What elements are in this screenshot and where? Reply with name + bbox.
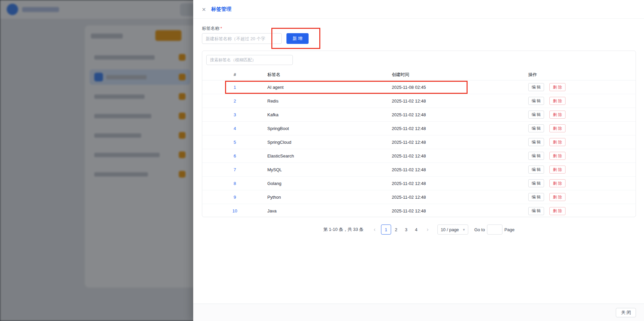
next-page-icon[interactable]: › <box>423 224 432 235</box>
drawer-body: 标签名称* 新 增 # 标签名 创建时间 操作 1 AI agent 2025-… <box>193 19 644 304</box>
required-asterisk: * <box>220 26 222 31</box>
created-time: 2025-11-08 02:45 <box>392 85 528 90</box>
row-actions: 编 辑 删 除 <box>528 124 636 132</box>
tag-name: MySQL <box>267 167 392 172</box>
tag-name: Python <box>267 195 392 200</box>
table-row: 6 ElasticSearch 2025-11-02 12:48 编 辑 删 除 <box>202 149 636 163</box>
table-row: 9 Python 2025-11-02 12:48 编 辑 删 除 <box>202 190 636 204</box>
delete-button[interactable]: 删 除 <box>549 111 565 119</box>
edit-button[interactable]: 编 辑 <box>528 138 544 146</box>
tag-name-label: 标签名称* <box>202 25 636 30</box>
tag-name: Kafka <box>267 112 392 117</box>
row-index: 4 <box>202 126 267 131</box>
add-tag-button[interactable]: 新 增 <box>286 33 309 44</box>
delete-button[interactable]: 删 除 <box>549 207 565 215</box>
delete-button[interactable]: 删 除 <box>549 152 565 160</box>
goto-page-input[interactable] <box>487 224 502 235</box>
new-tag-name-input[interactable] <box>202 33 282 44</box>
page-number-button[interactable]: 3 <box>401 224 411 235</box>
row-actions: 编 辑 删 除 <box>528 138 636 146</box>
edit-button[interactable]: 编 辑 <box>528 193 544 201</box>
table-row: 1 AI agent 2025-11-08 02:45 编 辑 删 除 <box>202 80 636 94</box>
created-time: 2025-11-02 12:48 <box>392 208 528 213</box>
row-actions: 编 辑 删 除 <box>528 97 636 105</box>
created-time: 2025-11-02 12:48 <box>392 126 528 131</box>
table-row: 3 Kafka 2025-11-02 12:48 编 辑 删 除 <box>202 108 636 122</box>
created-time: 2025-11-02 12:48 <box>392 153 528 158</box>
delete-button[interactable]: 删 除 <box>549 193 565 201</box>
page-number-list: 1234 <box>381 224 421 235</box>
close-drawer-button[interactable]: 关 闭 <box>616 308 636 317</box>
row-actions: 编 辑 删 除 <box>528 207 636 215</box>
edit-button[interactable]: 编 辑 <box>528 83 544 91</box>
drawer-footer: 关 闭 <box>193 304 644 321</box>
header-index: # <box>202 72 267 77</box>
tag-name: SpringBoot <box>267 126 392 131</box>
page-number-button[interactable]: 4 <box>411 224 421 235</box>
tag-table-card: # 标签名 创建时间 操作 1 AI agent 2025-11-08 02:4… <box>202 51 636 217</box>
edit-button[interactable]: 编 辑 <box>528 179 544 187</box>
created-time: 2025-11-02 12:48 <box>392 140 528 145</box>
row-index: 9 <box>202 195 267 200</box>
chevron-down-icon: ▾ <box>463 228 465 232</box>
created-time: 2025-11-02 12:48 <box>392 167 528 172</box>
row-index: 7 <box>202 167 267 172</box>
create-tag-form: 新 增 <box>202 33 636 44</box>
row-actions: 编 辑 删 除 <box>528 83 636 91</box>
row-index: 5 <box>202 140 267 145</box>
row-index: 10 <box>202 208 267 213</box>
prev-page-icon[interactable]: ‹ <box>370 224 379 235</box>
drawer-header: × 标签管理 <box>193 0 644 19</box>
page-size-select[interactable]: 10 / page ▾ <box>437 224 468 235</box>
edit-button[interactable]: 编 辑 <box>528 97 544 105</box>
tag-name: Redis <box>267 99 392 104</box>
table-row: 2 Redis 2025-11-02 12:48 编 辑 删 除 <box>202 94 636 108</box>
tag-name: SpringCloud <box>267 140 392 145</box>
row-index: 6 <box>202 153 267 158</box>
row-actions: 编 辑 删 除 <box>528 179 636 187</box>
row-actions: 编 辑 删 除 <box>528 193 636 201</box>
delete-button[interactable]: 删 除 <box>549 97 565 105</box>
created-time: 2025-11-02 12:48 <box>392 195 528 200</box>
pagination-bar: 第 1-10 条，共 33 条 ‹ 1234 › 10 / page ▾ Go … <box>202 224 636 235</box>
delete-button[interactable]: 删 除 <box>549 138 565 146</box>
edit-button[interactable]: 编 辑 <box>528 111 544 119</box>
table-row: 5 SpringCloud 2025-11-02 12:48 编 辑 删 除 <box>202 135 636 149</box>
header-tag-name: 标签名 <box>267 72 392 78</box>
page-number-button[interactable]: 1 <box>381 224 391 235</box>
row-index: 8 <box>202 181 267 186</box>
table-body: 1 AI agent 2025-11-08 02:45 编 辑 删 除 2 Re… <box>202 80 636 217</box>
edit-button[interactable]: 编 辑 <box>528 207 544 215</box>
created-time: 2025-11-02 12:48 <box>392 99 528 104</box>
table-row: 10 Java 2025-11-02 12:48 编 辑 删 除 <box>202 204 636 217</box>
delete-button[interactable]: 删 除 <box>549 124 565 132</box>
delete-button[interactable]: 删 除 <box>549 179 565 187</box>
edit-button[interactable]: 编 辑 <box>528 152 544 160</box>
row-index: 1 <box>202 85 267 90</box>
page-number-button[interactable]: 2 <box>391 224 401 235</box>
table-header-row: # 标签名 创建时间 操作 <box>202 69 636 80</box>
tag-name: AI agent <box>267 85 392 90</box>
edit-button[interactable]: 编 辑 <box>528 166 544 174</box>
tag-name: Golang <box>267 181 392 186</box>
edit-button[interactable]: 编 辑 <box>528 124 544 132</box>
table-row: 7 MySQL 2025-11-02 12:48 编 辑 删 除 <box>202 163 636 177</box>
page-size-value: 10 / page <box>441 227 459 232</box>
table-row: 4 SpringBoot 2025-11-02 12:48 编 辑 删 除 <box>202 122 636 135</box>
tag-name: Java <box>267 208 392 213</box>
row-actions: 编 辑 删 除 <box>528 111 636 119</box>
created-time: 2025-11-02 12:48 <box>392 112 528 117</box>
label-text: 标签名称 <box>202 26 219 31</box>
row-actions: 编 辑 删 除 <box>528 166 636 174</box>
search-tag-input[interactable] <box>206 55 293 65</box>
row-index: 3 <box>202 112 267 117</box>
row-actions: 编 辑 删 除 <box>528 152 636 160</box>
header-actions: 操作 <box>528 72 636 78</box>
row-index: 2 <box>202 99 267 104</box>
header-created-time: 创建时间 <box>392 72 528 78</box>
tag-management-drawer: × 标签管理 标签名称* 新 增 # 标签名 创建时间 操作 1 AI agen… <box>193 0 644 321</box>
close-icon[interactable]: × <box>202 6 206 13</box>
delete-button[interactable]: 删 除 <box>549 166 565 174</box>
delete-button[interactable]: 删 除 <box>549 83 565 91</box>
table-row: 8 Golang 2025-11-02 12:48 编 辑 删 除 <box>202 177 636 190</box>
